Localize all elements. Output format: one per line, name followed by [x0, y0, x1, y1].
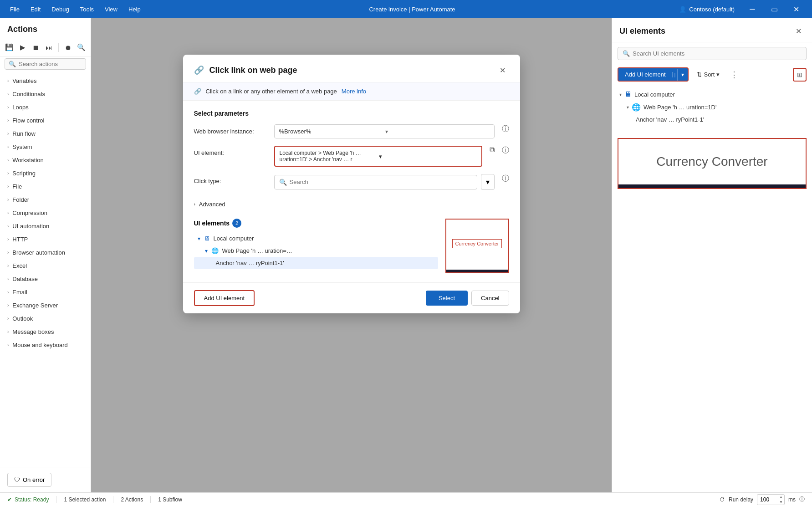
- action-item-workstation[interactable]: ›Workstation: [0, 153, 91, 167]
- ui-elements-close-button[interactable]: ✕: [792, 25, 805, 37]
- click-type-search-input[interactable]: [290, 179, 472, 185]
- capture-icon[interactable]: ⊞: [793, 68, 807, 82]
- menu-edit[interactable]: Edit: [26, 4, 45, 15]
- advanced-section[interactable]: › Advanced: [194, 197, 509, 211]
- modal-header: 🔗 Click link on web page ✕: [183, 55, 520, 82]
- ui-element-dropdown[interactable]: Local computer > Web Page 'h … uration=1…: [274, 146, 482, 167]
- ui-elements-badge: 2: [232, 219, 241, 228]
- menu-debug[interactable]: Debug: [47, 4, 73, 15]
- ui-elements-search-box[interactable]: 🔍: [618, 47, 807, 60]
- status-divider-1: [56, 496, 56, 503]
- action-item-email[interactable]: ›Email: [0, 286, 91, 299]
- action-item-ui-automation[interactable]: ›UI automation: [0, 220, 91, 233]
- chevron-down-icon: ▾: [205, 248, 208, 254]
- globe-icon: 🌐: [211, 247, 219, 254]
- modal-overlay: 🔗 Click link on web page ✕ 🔗 Click on a …: [91, 18, 612, 492]
- menu-view[interactable]: View: [100, 4, 122, 15]
- toolbar-search-icon[interactable]: 🔍: [76, 41, 87, 54]
- search-icon: 🔍: [623, 50, 630, 57]
- chevron-down-icon: ▾: [619, 92, 622, 97]
- run-delay-input-wrap: ▲ ▼: [757, 494, 785, 505]
- cancel-button[interactable]: Cancel: [471, 291, 509, 306]
- action-item-mouse-keyboard[interactable]: ›Mouse and keyboard: [0, 338, 91, 352]
- action-item-browser-automation[interactable]: ›Browser automation: [0, 246, 91, 259]
- layers-icon[interactable]: ⧉: [490, 146, 495, 154]
- ui-elements-section-label: UI elements: [194, 220, 230, 227]
- modal-close-button[interactable]: ✕: [496, 64, 509, 77]
- tree-local-computer[interactable]: ▾ 🖥 Local computer: [618, 88, 807, 101]
- ms-label: ms: [788, 496, 796, 503]
- close-button[interactable]: ✕: [786, 0, 807, 18]
- sort-button[interactable]: ⇅ Sort ▾: [692, 68, 724, 81]
- save-button[interactable]: 💾: [4, 41, 15, 54]
- click-type-search-field[interactable]: 🔍: [274, 175, 477, 189]
- user-avatar-icon: 👤: [679, 6, 686, 13]
- currency-converter-preview: Currency Converter: [618, 138, 807, 189]
- record-button[interactable]: ⏺: [62, 41, 74, 54]
- action-item-run-flow[interactable]: ›Run flow: [0, 127, 91, 140]
- action-item-scripting[interactable]: ›Scripting: [0, 167, 91, 180]
- user-info: 👤 Contoso (default): [679, 6, 735, 13]
- action-item-conditionals[interactable]: ›Conditionals: [0, 87, 91, 101]
- next-button[interactable]: ⏭: [43, 41, 55, 54]
- click-type-info-icon[interactable]: ⓘ: [502, 174, 509, 184]
- menu-help[interactable]: Help: [124, 4, 145, 15]
- action-item-variables[interactable]: ›Variables: [0, 74, 91, 87]
- delay-down-arrow[interactable]: ▼: [778, 500, 784, 505]
- sort-icon: ⇅: [697, 71, 702, 78]
- more-options-button[interactable]: ⋮: [728, 68, 741, 81]
- ui-elements-tree: ▾ 🖥 Local computer ▾ 🌐 Web Page 'h … ura…: [612, 84, 812, 129]
- action-item-folder[interactable]: ›Folder: [0, 193, 91, 206]
- maximize-button[interactable]: ▭: [764, 0, 785, 18]
- action-item-exchange-server[interactable]: ›Exchange Server: [0, 299, 91, 312]
- action-item-outlook[interactable]: ›Outlook: [0, 312, 91, 325]
- delay-up-arrow[interactable]: ▲: [778, 495, 784, 500]
- add-ui-element-arrow-button[interactable]: ▾: [677, 69, 688, 81]
- modal-tree-local-computer[interactable]: ▾ 🖥 Local computer: [194, 232, 438, 245]
- add-ui-element-button[interactable]: Add UI element | ▾: [618, 67, 689, 82]
- actions-search-input[interactable]: [19, 61, 82, 67]
- menu-file[interactable]: File: [5, 4, 24, 15]
- actions-search-box[interactable]: 🔍: [5, 58, 86, 70]
- action-item-file[interactable]: ›File: [0, 180, 91, 193]
- action-item-excel[interactable]: ›Excel: [0, 259, 91, 272]
- tree-webpage[interactable]: ▾ 🌐 Web Page 'h … uration=1D': [618, 101, 807, 114]
- selected-action-text: 1 Selected action: [64, 496, 106, 503]
- window-title: Create invoice | Power Automate: [145, 6, 679, 13]
- ui-element-info-icon[interactable]: ⓘ: [502, 146, 509, 155]
- action-item-database[interactable]: ›Database: [0, 272, 91, 286]
- action-item-compression[interactable]: ›Compression: [0, 206, 91, 220]
- status-divider-2: [113, 496, 113, 503]
- on-error-button[interactable]: 🛡 On error: [7, 473, 51, 487]
- add-ui-element-main-button[interactable]: Add UI element: [618, 68, 672, 81]
- delay-arrows: ▲ ▼: [778, 495, 784, 505]
- subtitle-text: Click on a link or any other element of …: [206, 88, 337, 95]
- modal-title: Click link on web page: [209, 66, 496, 75]
- modal-tree-anchor[interactable]: Anchor 'nav … ryPoint1-1': [194, 257, 438, 269]
- select-button[interactable]: Select: [426, 291, 468, 306]
- modal-footer: Add UI element Select Cancel: [183, 282, 520, 313]
- actions-count-text: 2 Actions: [121, 496, 143, 503]
- action-item-message-boxes[interactable]: ›Message boxes: [0, 325, 91, 338]
- run-button[interactable]: ▶: [17, 41, 28, 54]
- action-item-system[interactable]: ›System: [0, 140, 91, 153]
- action-item-flow-control[interactable]: ›Flow control: [0, 114, 91, 127]
- ui-elements-search-input[interactable]: [633, 50, 802, 57]
- run-delay-info-icon[interactable]: ⓘ: [799, 496, 805, 503]
- modal-tree-webpage[interactable]: ▾ 🌐 Web Page 'h … uration=…: [194, 245, 438, 257]
- action-item-http[interactable]: ›HTTP: [0, 233, 91, 246]
- more-info-link[interactable]: More info: [342, 88, 366, 95]
- web-browser-info-icon[interactable]: ⓘ: [502, 124, 509, 134]
- status-text: Status: Ready: [15, 496, 49, 503]
- menu-tools[interactable]: Tools: [76, 4, 98, 15]
- stop-button[interactable]: ⏹: [30, 41, 41, 54]
- minimize-button[interactable]: ─: [742, 0, 763, 18]
- run-delay-input[interactable]: [757, 496, 778, 504]
- add-ui-element-button[interactable]: Add UI element: [194, 290, 255, 306]
- action-item-loops[interactable]: ›Loops: [0, 101, 91, 114]
- tree-anchor[interactable]: Anchor 'nav … ryPoint1-1': [618, 114, 807, 125]
- click-type-dropdown-arrow[interactable]: ▾: [481, 174, 495, 190]
- web-browser-dropdown[interactable]: %Browser% ▾: [274, 124, 495, 138]
- clock-icon: ⏱: [720, 496, 725, 503]
- check-icon: ✔: [7, 496, 12, 503]
